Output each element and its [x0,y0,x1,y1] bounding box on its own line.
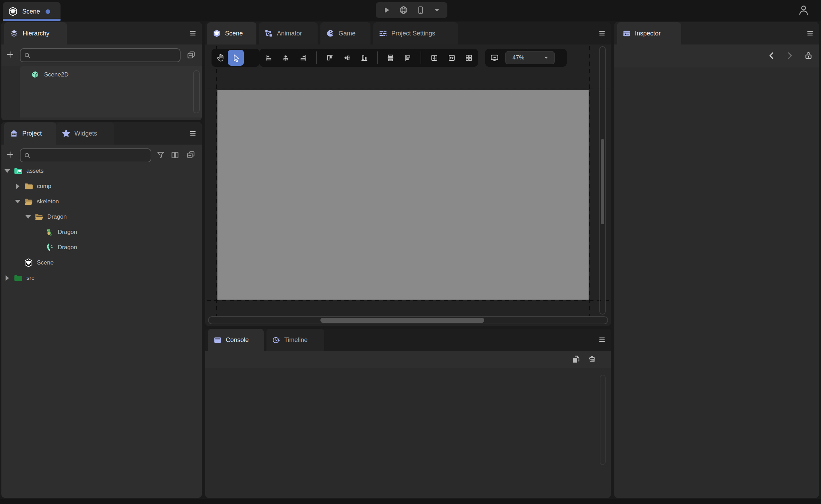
tab-timeline[interactable]: Timeline [266,329,324,351]
stretch-horizontal-button[interactable] [444,50,459,66]
distribute-horizontal-button[interactable] [401,50,415,66]
distribute-vertical-button[interactable] [383,50,398,66]
align-bottom-icon [360,54,369,62]
hierarchy-node-scene2d[interactable]: Scene2D [20,66,202,80]
panel-menu-icon[interactable] [189,129,197,137]
tab-animator[interactable]: Animator [259,22,318,44]
display-monitor-button[interactable] [487,50,502,66]
add-entity-button[interactable] [6,50,15,59]
star-icon [62,129,71,138]
tree-row-comp[interactable]: comp [1,179,202,194]
panel-menu-icon[interactable] [806,29,814,37]
panel-menu-icon[interactable] [598,336,606,344]
lock-icon[interactable] [804,51,813,60]
stretch-vertical-icon [430,54,439,62]
hierarchy-title: Hierarchy [23,30,49,37]
align-bottom-button[interactable] [357,50,372,66]
console-panel: Console Timeline [205,329,611,498]
zoom-level-dropdown[interactable]: 47% [505,51,555,64]
scene-hexagon-icon [24,258,33,268]
filter-funnel-icon[interactable] [156,151,165,160]
chevron-down-icon[interactable] [433,6,441,14]
select-cursor-tool[interactable] [228,50,244,66]
tab-game[interactable]: Game [320,22,370,44]
back-chevron-icon[interactable] [767,51,776,60]
tab-project-settings[interactable]: Project Settings [373,22,458,44]
assets-folder-icon [13,166,23,176]
scene-hexagon-icon [212,29,221,38]
viewport-hscroll-thumb[interactable] [320,318,484,323]
tree-row-src[interactable]: src [1,270,202,286]
collapse-all-icon[interactable] [186,150,196,160]
project-search[interactable] [20,148,151,162]
stretch-vertical-button[interactable] [427,50,441,66]
tree-row-dragon-sprite[interactable]: Dragon [1,225,202,240]
hierarchy-toolbar [1,44,202,66]
canvas-guide-top [207,89,609,89]
align-middle-button[interactable] [340,50,354,66]
tile-grid-button[interactable] [462,50,476,66]
tab-console[interactable]: Console [208,329,264,351]
inspector-content [614,67,819,498]
titlebar: Scene [0,0,821,21]
tree-row-assets[interactable]: assets [1,163,202,179]
tool-pill [212,49,260,67]
display-monitor-icon [490,53,499,63]
hierarchy-scrollbar[interactable] [193,70,200,113]
display-pill: 47% [485,49,567,67]
align-center-vertical-button[interactable] [279,50,293,66]
chevron-collapsed-icon[interactable] [16,184,19,189]
animator-graph-icon [264,29,273,38]
chevron-expanded-icon[interactable] [15,200,21,203]
tab-inspector[interactable]: Inspector [617,22,681,44]
viewport-body[interactable]: 47% [205,44,611,326]
tree-row-skeleton[interactable]: skeleton [1,194,202,209]
distribute-vertical-icon [386,54,395,62]
columns-view-icon[interactable] [170,151,180,160]
globe-icon[interactable] [399,5,408,15]
align-left-button[interactable] [261,50,276,66]
chevron-expanded-icon[interactable] [25,215,31,219]
tab-hierarchy[interactable]: Hierarchy [4,22,67,44]
project-toolbar [1,145,202,166]
add-asset-button[interactable] [6,150,15,159]
inspector-icon [622,29,631,38]
scene-viewport-panel: Scene Animator Game Project Settings [205,22,611,326]
copy-icon[interactable] [571,355,581,364]
console-actions [205,351,611,368]
tab-scene[interactable]: Scene [207,22,256,44]
chevron-collapsed-icon[interactable] [6,275,9,281]
forward-chevron-icon[interactable] [785,51,795,60]
clear-brush-icon[interactable] [587,355,597,364]
tab-widgets[interactable]: Widgets [56,122,114,145]
hierarchy-search[interactable] [20,48,181,62]
layers-icon [9,29,19,38]
tree-row-dragon-folder[interactable]: Dragon [1,209,202,225]
panel-menu-icon[interactable] [189,29,197,37]
mobile-icon[interactable] [416,6,425,15]
titlebar-scene-tab[interactable]: Scene [3,2,61,21]
console-scrollbar[interactable] [600,375,606,465]
stretch-horizontal-icon [447,54,456,62]
viewport-vscroll-thumb[interactable] [601,139,604,224]
collapse-all-icon[interactable] [186,50,196,60]
align-top-button[interactable] [322,50,337,66]
scene-canvas[interactable] [217,90,589,300]
align-right-icon [299,54,308,62]
skeleton-bone-icon [45,243,54,252]
user-account-button[interactable] [797,4,810,16]
tree-row-scene-asset[interactable]: Scene [1,255,202,270]
tree-row-dragon-skeleton[interactable]: Dragon [1,240,202,255]
chevron-expanded-icon[interactable] [5,169,10,173]
align-right-button[interactable] [296,50,311,66]
cursor-icon [231,53,241,63]
tab-project[interactable]: Project [4,122,56,145]
play-icon[interactable] [382,6,391,15]
panel-menu-icon[interactable] [598,29,606,37]
pan-hand-tool[interactable] [213,50,228,66]
hierarchy-search-input[interactable] [33,52,180,59]
inspector-toolbar [614,44,819,67]
console-log-area[interactable] [205,368,611,498]
project-search-input[interactable] [33,152,151,159]
hand-icon [216,53,225,63]
